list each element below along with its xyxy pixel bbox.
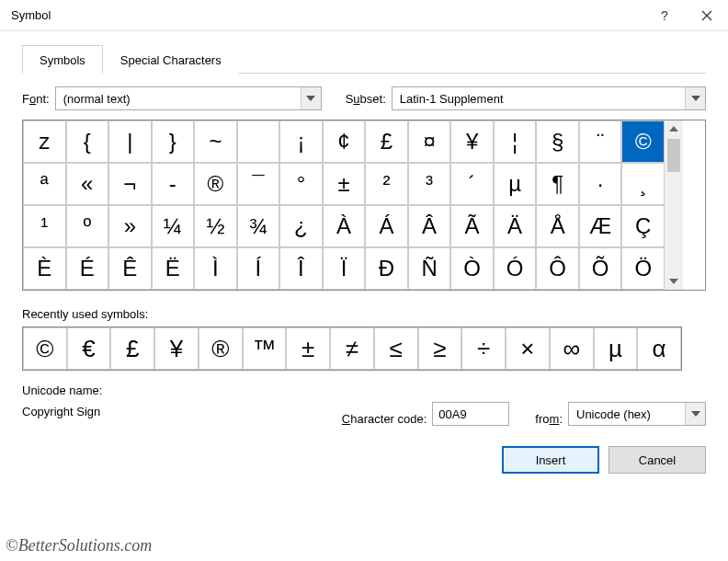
scroll-thumb[interactable] <box>667 139 680 172</box>
symbol-cell[interactable]: ¦ <box>494 120 537 163</box>
symbol-cell[interactable]: Ã <box>450 205 494 247</box>
symbol-cell[interactable]: Ì <box>194 247 237 290</box>
symbol-cell[interactable]: Ñ <box>408 247 451 290</box>
symbol-cell[interactable]: ° <box>279 163 323 205</box>
recent-symbol-cell[interactable]: ™ <box>243 327 287 370</box>
symbol-cell[interactable]: Ò <box>450 247 494 290</box>
symbol-cell[interactable]: ~ <box>194 120 237 163</box>
tab-special-characters[interactable]: Special Characters <box>103 45 239 74</box>
symbol-cell[interactable]: Ö <box>621 247 665 290</box>
symbol-cell[interactable]: É <box>66 247 109 290</box>
symbol-cell[interactable]: Ç <box>621 205 665 247</box>
symbol-cell[interactable]: µ <box>494 163 537 205</box>
insert-button[interactable]: Insert <box>502 446 599 474</box>
charcode-label: Character code: <box>342 412 427 426</box>
symbol-grid-container: z{|}~¡¢£¤¥¦§¨©ª«¬-®¯°±²³´µ¶·¸¹º»¼½¾¿ÀÁÂÃ… <box>22 120 706 291</box>
recent-symbol-cell[interactable]: ≤ <box>374 327 418 370</box>
recent-symbol-cell[interactable]: £ <box>110 327 154 370</box>
titlebar: Symbol ? <box>0 0 728 31</box>
symbol-cell[interactable]: ¢ <box>323 120 366 163</box>
recent-symbol-cell[interactable]: ® <box>199 327 243 370</box>
symbol-grid: z{|}~¡¢£¤¥¦§¨©ª«¬-®¯°±²³´µ¶·¸¹º»¼½¾¿ÀÁÂÃ… <box>23 120 665 290</box>
recent-symbol-cell[interactable]: ± <box>286 327 330 370</box>
symbol-cell[interactable]: « <box>66 163 109 205</box>
symbol-cell[interactable]: £ <box>365 120 408 163</box>
symbol-cell[interactable]: · <box>579 163 622 205</box>
symbol-cell[interactable]: ½ <box>194 205 237 247</box>
symbol-cell[interactable]: ¨ <box>579 120 622 163</box>
grid-scrollbar[interactable] <box>665 120 683 290</box>
chevron-down-icon <box>301 87 321 109</box>
symbol-cell[interactable] <box>237 120 280 163</box>
symbol-cell[interactable]: { <box>66 120 109 163</box>
symbol-cell[interactable]: ¾ <box>237 205 280 247</box>
unicode-name-block: Unicode name: Copyright Sign <box>22 384 336 426</box>
symbol-cell[interactable]: Ê <box>108 247 152 290</box>
symbol-cell[interactable]: Æ <box>579 205 622 247</box>
recent-symbols-grid: ©€£¥®™±≠≤≥÷×∞µα <box>22 326 682 371</box>
symbol-cell[interactable]: ® <box>194 163 237 205</box>
symbol-cell[interactable]: Í <box>237 247 280 290</box>
symbol-cell[interactable]: ³ <box>408 163 451 205</box>
symbol-cell[interactable]: Ð <box>365 247 408 290</box>
symbol-cell[interactable]: } <box>152 120 195 163</box>
symbol-cell[interactable]: § <box>536 120 579 163</box>
charcode-input[interactable] <box>432 402 509 426</box>
cancel-button[interactable]: Cancel <box>609 446 706 474</box>
tab-strip: Symbols Special Characters <box>22 44 706 74</box>
recent-symbol-cell[interactable]: ¥ <box>154 327 199 370</box>
recent-symbol-cell[interactable]: © <box>23 327 67 370</box>
symbol-cell[interactable]: Ô <box>536 247 579 290</box>
tab-symbols[interactable]: Symbols <box>22 45 103 74</box>
recent-symbol-cell[interactable]: ≠ <box>330 327 374 370</box>
symbol-cell[interactable]: ¥ <box>450 120 494 163</box>
symbol-cell[interactable]: ¸ <box>621 163 665 205</box>
symbol-cell[interactable]: ¹ <box>23 205 66 247</box>
symbol-cell[interactable]: - <box>152 163 195 205</box>
symbol-cell[interactable]: Õ <box>579 247 622 290</box>
symbol-cell[interactable]: ¿ <box>279 205 323 247</box>
symbol-cell[interactable]: Å <box>536 205 579 247</box>
from-combo[interactable]: Unicode (hex) <box>568 402 706 426</box>
symbol-cell[interactable]: Î <box>279 247 323 290</box>
symbol-cell[interactable]: ² <box>365 163 408 205</box>
symbol-cell[interactable]: ¬ <box>108 163 152 205</box>
symbol-cell[interactable]: ¶ <box>536 163 579 205</box>
from-label: from: <box>535 412 563 426</box>
recent-symbol-cell[interactable]: α <box>637 327 681 370</box>
symbol-cell[interactable]: È <box>23 247 66 290</box>
symbol-cell[interactable]: Ï <box>323 247 366 290</box>
recent-symbol-cell[interactable]: ∞ <box>550 327 594 370</box>
symbol-cell[interactable]: Â <box>408 205 451 247</box>
recent-symbol-cell[interactable]: € <box>67 327 111 370</box>
symbol-cell[interactable]: Ó <box>494 247 537 290</box>
symbol-cell[interactable]: | <box>108 120 152 163</box>
recent-symbol-cell[interactable]: ÷ <box>461 327 506 370</box>
symbol-cell[interactable]: À <box>323 205 366 247</box>
recent-symbol-cell[interactable]: µ <box>594 327 638 370</box>
symbol-cell[interactable]: Á <box>365 205 408 247</box>
symbol-cell[interactable]: ´ <box>450 163 494 205</box>
scroll-down-icon[interactable] <box>665 273 683 290</box>
symbol-cell[interactable]: ¤ <box>408 120 451 163</box>
font-combo[interactable]: (normal text) <box>55 86 322 110</box>
symbol-cell[interactable]: Ë <box>152 247 195 290</box>
symbol-cell[interactable]: º <box>66 205 109 247</box>
subset-label: Subset: <box>346 92 386 106</box>
scroll-up-icon[interactable] <box>665 120 683 137</box>
symbol-cell[interactable]: ¯ <box>237 163 280 205</box>
close-button[interactable] <box>686 0 728 31</box>
recent-label: Recently used symbols: <box>22 307 706 321</box>
symbol-cell[interactable]: © <box>621 120 665 163</box>
symbol-cell[interactable]: Ä <box>494 205 537 247</box>
symbol-cell[interactable]: » <box>108 205 152 247</box>
subset-combo[interactable]: Latin-1 Supplement <box>392 86 706 110</box>
symbol-cell[interactable]: ± <box>323 163 366 205</box>
symbol-cell[interactable]: ¡ <box>279 120 323 163</box>
symbol-cell[interactable]: ¼ <box>152 205 195 247</box>
help-button[interactable]: ? <box>643 0 686 31</box>
symbol-cell[interactable]: z <box>23 120 66 163</box>
recent-symbol-cell[interactable]: × <box>506 327 550 370</box>
symbol-cell[interactable]: ª <box>23 163 66 205</box>
recent-symbol-cell[interactable]: ≥ <box>418 327 462 370</box>
